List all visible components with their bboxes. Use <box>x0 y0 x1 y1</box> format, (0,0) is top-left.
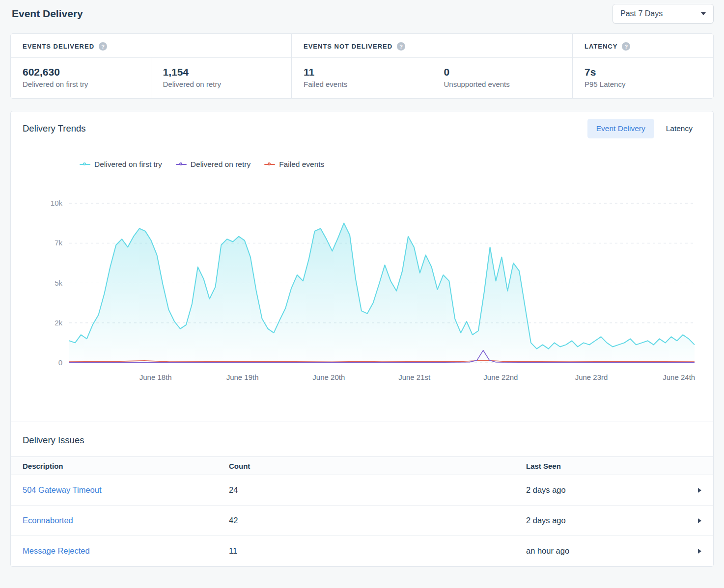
stat-value: 7s <box>585 66 701 78</box>
x-tick-label: June 21st <box>398 373 431 381</box>
stat-header-label: EVENTS NOT DELIVERED <box>304 43 392 50</box>
trends-tabs: Event Delivery Latency <box>587 119 701 138</box>
stat-value: 11 <box>304 66 420 78</box>
stat-label: P95 Latency <box>585 80 701 88</box>
delivery-issues-title: Delivery Issues <box>11 422 713 456</box>
legend-item-first-try: Delivered on first try <box>80 160 162 169</box>
legend-label: Failed events <box>279 160 324 169</box>
issue-count: 24 <box>229 485 526 495</box>
chevron-right-icon[interactable] <box>698 549 701 554</box>
y-tick-label: 5k <box>55 279 62 287</box>
stat-section-events-delivered: EVENTS DELIVERED ? 602,630 Delivered on … <box>11 34 292 98</box>
table-row[interactable]: Message Rejected 11 an hour ago <box>11 536 713 566</box>
event-delivery-page: Event Delivery Past 7 Days EVENTS DELIVE… <box>0 0 724 567</box>
tab-latency[interactable]: Latency <box>657 119 701 138</box>
delivery-trends-title: Delivery Trends <box>23 123 86 134</box>
x-tick-label: June 23rd <box>575 373 608 381</box>
chevron-right-icon[interactable] <box>698 518 701 523</box>
stat-label: Delivered on first try <box>23 80 139 88</box>
issue-link[interactable]: 504 Gateway Timeout <box>23 485 102 494</box>
stat-item-first-try: 602,630 Delivered on first try <box>11 58 151 98</box>
stat-label: Delivered on retry <box>163 80 280 88</box>
stat-value: 1,154 <box>163 66 280 78</box>
column-header-count: Count <box>229 462 526 470</box>
stat-section-latency: LATENCY ? 7s P95 Latency <box>573 34 713 98</box>
stat-header-label: EVENTS DELIVERED <box>23 43 94 50</box>
issue-link[interactable]: Econnaborted <box>23 516 73 525</box>
chart-legend: Delivered on first try Delivered on retr… <box>80 160 713 169</box>
date-range-dropdown[interactable]: Past 7 Days <box>613 4 714 24</box>
y-tick-label: 7k <box>55 239 62 247</box>
legend-line-dot-icon <box>264 162 275 167</box>
column-header-last-seen: Last Seen <box>526 462 667 470</box>
delivery-issues-section: Delivery Issues Description Count Last S… <box>11 422 713 566</box>
help-icon[interactable]: ? <box>622 42 630 51</box>
stat-section-events-not-delivered: EVENTS NOT DELIVERED ? 11 Failed events … <box>292 34 573 98</box>
stat-label: Failed events <box>304 80 420 88</box>
page-title: Event Delivery <box>12 8 83 20</box>
y-tick-label: 2k <box>55 319 62 327</box>
tab-event-delivery[interactable]: Event Delivery <box>587 119 654 138</box>
delivery-issues-table: Description Count Last Seen 504 Gateway … <box>11 456 713 566</box>
legend-label: Delivered on first try <box>94 160 162 169</box>
stat-label: Unsupported events <box>444 80 561 88</box>
stats-card: EVENTS DELIVERED ? 602,630 Delivered on … <box>10 33 714 99</box>
stat-header-events-not-delivered: EVENTS NOT DELIVERED ? <box>292 34 572 58</box>
chevron-down-icon <box>701 12 706 15</box>
stat-value: 602,630 <box>23 66 139 78</box>
issue-last-seen: 2 days ago <box>526 516 667 525</box>
delivery-trends-card: Delivery Trends Event Delivery Latency D… <box>10 111 714 567</box>
legend-label: Delivered on retry <box>191 160 251 169</box>
table-header-row: Description Count Last Seen <box>11 456 713 475</box>
legend-line-dot-icon <box>80 162 90 167</box>
stat-item-failed: 11 Failed events <box>292 58 432 98</box>
x-tick-label: June 19th <box>226 373 259 381</box>
stat-item-unsupported: 0 Unsupported events <box>432 58 573 98</box>
table-row[interactable]: Econnaborted 42 2 days ago <box>11 506 713 536</box>
x-tick-label: June 18th <box>139 373 172 381</box>
stat-item-retry: 1,154 Delivered on retry <box>151 58 292 98</box>
topbar: Event Delivery Past 7 Days <box>10 4 714 24</box>
help-icon[interactable]: ? <box>397 42 405 51</box>
issue-link[interactable]: Message Rejected <box>23 546 90 555</box>
delivery-trends-header: Delivery Trends Event Delivery Latency <box>11 111 713 146</box>
chart-section: Delivered on first try Delivered on retr… <box>11 146 713 422</box>
legend-item-failed: Failed events <box>264 160 324 169</box>
stat-value: 0 <box>444 66 561 78</box>
help-icon[interactable]: ? <box>99 42 107 51</box>
x-tick-label: June 20th <box>312 373 345 381</box>
issue-last-seen: an hour ago <box>526 546 667 556</box>
stat-header-latency: LATENCY ? <box>573 34 713 58</box>
column-header-description: Description <box>23 462 229 470</box>
stat-values: 602,630 Delivered on first try 1,154 Del… <box>11 58 291 98</box>
stat-values: 11 Failed events 0 Unsupported events <box>292 58 572 98</box>
stat-header-label: LATENCY <box>585 43 617 50</box>
table-row[interactable]: 504 Gateway Timeout 24 2 days ago <box>11 475 713 506</box>
chevron-right-icon[interactable] <box>698 488 701 493</box>
issue-last-seen: 2 days ago <box>526 485 667 495</box>
x-tick-label: June 22nd <box>483 373 518 381</box>
y-tick-label: 10k <box>51 199 63 207</box>
legend-item-retry: Delivered on retry <box>176 160 251 169</box>
stat-item-p95-latency: 7s P95 Latency <box>573 58 713 98</box>
first-try-area <box>69 223 695 363</box>
x-tick-label: June 24th <box>663 373 695 381</box>
date-range-value: Past 7 Days <box>620 9 663 18</box>
delivery-trends-chart: 02k5k7k10kJune 18thJune 19thJune 20thJun… <box>11 175 713 388</box>
stat-values: 7s P95 Latency <box>573 58 713 98</box>
issue-count: 11 <box>229 546 526 556</box>
y-tick-label: 0 <box>58 358 62 367</box>
trends-svg: 02k5k7k10kJune 18thJune 19thJune 20thJun… <box>11 175 706 388</box>
issue-count: 42 <box>229 516 526 525</box>
stat-header-events-delivered: EVENTS DELIVERED ? <box>11 34 291 58</box>
legend-line-dot-icon <box>176 162 187 167</box>
